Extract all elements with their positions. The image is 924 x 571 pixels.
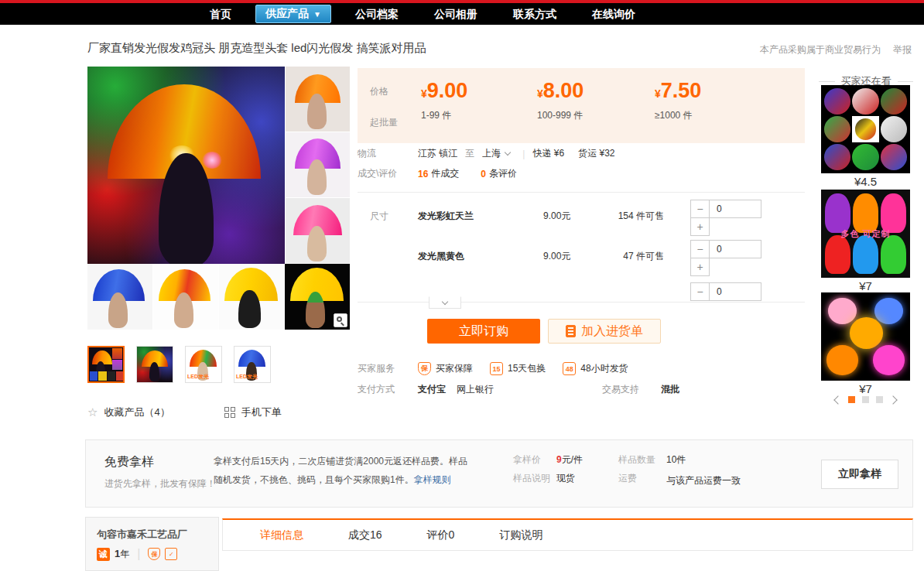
nav-item-inquiry[interactable]: 在线询价 xyxy=(574,3,653,25)
report-link[interactable]: 举报 xyxy=(893,43,912,56)
product-image-side-2[interactable] xyxy=(286,132,350,197)
nav-item-contact[interactable]: 联系方式 xyxy=(495,3,574,25)
detail-tabbar: 详细信息 成交16 评价0 订购说明 xyxy=(222,518,913,551)
pager-dot-1-active[interactable] xyxy=(848,396,855,403)
service-48h-shipping: 48 48小时发货 xyxy=(563,362,628,375)
nav-item-company-album[interactable]: 公司相册 xyxy=(416,3,495,25)
company-card: 句容市嘉禾工艺品厂 诚 1年 | 保 ✓ xyxy=(85,517,219,571)
service-15day-exchange: 15 15天包换 xyxy=(490,362,546,375)
sample-desc-line2: 随机发货，不挑色、挑码，且每个买家限购1件。 xyxy=(214,474,414,485)
add-to-cart-label: 加入进货单 xyxy=(581,323,643,340)
tier-qty: 100-999 件 xyxy=(537,109,583,122)
add-to-cart-button[interactable]: 加入进货单 xyxy=(548,319,661,344)
buyer-services-label: 买家服务 xyxy=(358,362,418,375)
recommend-item-2-image[interactable]: 多色 可定制 xyxy=(821,190,910,278)
nav-products-label: 供应产品 xyxy=(265,7,309,21)
sku-stock: 154 件可售 xyxy=(590,210,664,223)
nav-item-company-profile[interactable]: 公司档案 xyxy=(337,3,416,25)
quantity-input[interactable] xyxy=(709,200,761,218)
freight-fee: 货运 ¥32 xyxy=(578,147,614,160)
product-detail: 价格 起批量 ¥9.00 1-99 件 ¥8.00 100-999 件 ¥7.5… xyxy=(358,68,805,402)
logistics-label: 物流 xyxy=(358,147,418,160)
sample-desc-label: 样品说明 xyxy=(513,472,550,485)
bank-option: 网上银行 xyxy=(457,383,494,396)
sample-shipping-label: 运费 xyxy=(618,472,637,485)
price-amount: 8.00 xyxy=(543,79,584,102)
product-image-bottom-4[interactable] xyxy=(285,264,350,330)
pager-dot-3[interactable] xyxy=(876,396,883,403)
tab-detail-info[interactable]: 详细信息 xyxy=(260,528,303,542)
sample-title: 免费拿样 xyxy=(104,454,154,470)
deal-count-suffix: 件成交 xyxy=(431,167,459,180)
product-page: 首页 供应产品 ▼ 公司档案 公司相册 联系方式 在线询价 厂家直销发光假发鸡冠… xyxy=(0,0,924,571)
company-badges: 诚 1年 | 保 ✓ xyxy=(97,547,177,561)
product-image-bottom-1[interactable] xyxy=(87,264,152,330)
nav-item-products-dropdown[interactable]: 供应产品 ▼ xyxy=(255,5,331,23)
sample-qty-label: 样品数量 xyxy=(618,453,655,467)
recommend-item-3-image[interactable] xyxy=(821,292,910,381)
product-image-bottom-3[interactable] xyxy=(219,264,284,330)
service-text: 15天包换 xyxy=(508,362,546,375)
chevron-left-icon[interactable] xyxy=(833,395,842,404)
sample-desc-line1: 拿样支付后15天内，二次店铺进货满2000元返还样品费。样品 xyxy=(214,456,467,467)
service-text: 买家保障 xyxy=(436,362,473,375)
minus-button[interactable]: − xyxy=(690,200,710,218)
sample-rules-link[interactable]: 拿样规则 xyxy=(414,474,451,485)
free-sample-section: 免费拿样 进货先拿样，批发有保障！ 拿样支付后15天内，二次店铺进货满2000元… xyxy=(85,439,913,508)
plus-button[interactable]: + xyxy=(690,258,710,276)
overlay-text: 多色 可定制 xyxy=(821,228,910,240)
thumbnail-2[interactable] xyxy=(136,346,173,383)
review-count-suffix[interactable]: 条评价 xyxy=(489,167,517,180)
thumbnail-3[interactable]: LED发光 xyxy=(185,346,222,383)
company-name[interactable]: 句容市嘉禾工艺品厂 xyxy=(97,528,187,542)
trade-notice: 本产品采购属于商业贸易行为 举报 xyxy=(760,43,912,56)
product-image-bottom-2[interactable] xyxy=(153,264,218,330)
divider xyxy=(358,192,805,193)
quantity-input[interactable] xyxy=(709,282,761,301)
quantity-input[interactable] xyxy=(709,240,761,258)
product-image-side-1[interactable] xyxy=(286,67,350,132)
express-fee: 快递 ¥6 xyxy=(532,147,564,160)
sku-name: 发光黑黄色 xyxy=(418,250,464,263)
price-tier-2: ¥8.00 100-999 件 xyxy=(537,79,583,122)
recommend-item-2-price: ¥7 xyxy=(821,279,910,292)
thumbnail-4[interactable]: LED发光 xyxy=(234,346,271,383)
zoom-icon[interactable] xyxy=(334,313,347,327)
expand-sku-button[interactable] xyxy=(429,296,461,309)
sku-stock: 47 件可售 xyxy=(590,250,664,263)
recommend-item-1-image[interactable] xyxy=(821,85,910,173)
divider: | xyxy=(522,149,525,159)
service-guarantee: 保 买家保障 xyxy=(418,362,473,375)
star-icon: ☆ xyxy=(87,405,98,419)
logistics-to-word: 至 xyxy=(465,147,474,160)
tab-reviews[interactable]: 评价0 xyxy=(427,528,455,542)
price-amount: 7.50 xyxy=(661,79,702,102)
nav-item-home[interactable]: 首页 xyxy=(192,3,249,25)
mobile-order-link[interactable]: 手机下单 xyxy=(241,405,282,419)
product-image-side-3[interactable] xyxy=(286,198,350,264)
minus-button[interactable]: − xyxy=(690,282,710,301)
mannequin-head xyxy=(307,94,327,129)
pager-dot-2[interactable] xyxy=(862,396,869,403)
price-amount: 9.00 xyxy=(427,79,468,102)
sample-desc-value: 现货 xyxy=(556,472,575,485)
credit-badge-icon: 诚 xyxy=(97,548,110,561)
thumbnail-1-selected[interactable] xyxy=(87,346,125,383)
tier-qty: ≥1000 件 xyxy=(655,109,701,122)
chevron-down-icon[interactable] xyxy=(505,149,511,156)
divider: | xyxy=(137,547,140,561)
minus-button[interactable]: − xyxy=(690,240,710,258)
order-now-button[interactable]: 立即订购 xyxy=(427,319,540,344)
tab-deals[interactable]: 成交16 xyxy=(348,528,382,542)
favorite-product-link[interactable]: 收藏产品（4） xyxy=(104,405,169,419)
sample-qty-value: 10件 xyxy=(666,453,686,467)
product-image-main[interactable] xyxy=(87,67,285,264)
tab-order-instructions[interactable]: 订购说明 xyxy=(499,528,542,542)
logistics-destination-select[interactable]: 上海 xyxy=(482,147,501,160)
afro-wig-collage xyxy=(821,85,910,173)
top-nav: 首页 供应产品 ▼ 公司档案 公司相册 联系方式 在线询价 xyxy=(0,0,924,25)
chevron-down-icon xyxy=(442,298,448,304)
plus-button[interactable]: + xyxy=(690,217,710,236)
chevron-right-icon[interactable] xyxy=(888,395,897,404)
get-sample-button[interactable]: 立即拿样 xyxy=(821,460,898,489)
